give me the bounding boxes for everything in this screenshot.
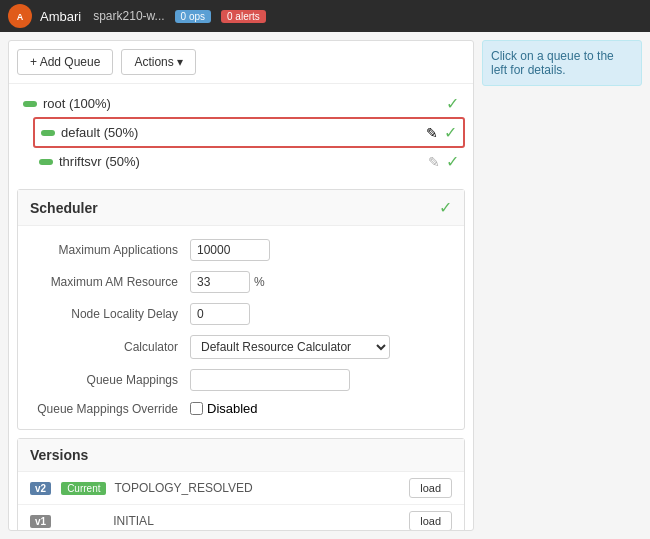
max-am-resource-input[interactable] [190, 271, 250, 293]
left-panel: + Add Queue Actions ▾ root (100%) ✓ defa… [8, 40, 474, 531]
queue-edit-icon[interactable]: ✎ [428, 154, 440, 170]
toolbar: + Add Queue Actions ▾ [9, 41, 473, 84]
calculator-row: Calculator Default Resource Calculator D… [30, 330, 452, 364]
queue-mappings-label: Queue Mappings [30, 373, 190, 387]
alerts-badge[interactable]: 0 alerts [221, 10, 266, 23]
queue-status-dot [41, 130, 55, 136]
queue-mappings-input[interactable] [190, 369, 350, 391]
queue-status-dot [39, 159, 53, 165]
version-badge-v1: v1 [30, 515, 51, 528]
node-locality-input[interactable] [190, 303, 250, 325]
version-row-v2: v2 Current TOPOLOGY_RESOLVED load [18, 472, 464, 505]
calculator-select[interactable]: Default Resource Calculator Dominant Res… [190, 335, 390, 359]
queue-check-icon: ✓ [446, 152, 459, 171]
app-name: Ambari [40, 9, 81, 24]
queue-edit-icon[interactable]: ✎ [426, 125, 438, 141]
queue-check-icon: ✓ [444, 123, 457, 142]
right-panel: Click on a queue to the left for details… [482, 40, 642, 531]
ops-badge[interactable]: 0 ops [175, 10, 211, 23]
scheduler-check-icon: ✓ [439, 198, 452, 217]
queue-item-thriftsvr[interactable]: thriftsvr (50%) ✎ ✓ [33, 148, 465, 175]
max-am-resource-row: Maximum AM Resource % [30, 266, 452, 298]
max-applications-input[interactable] [190, 239, 270, 261]
version-row-v1: v1 INITIAL load [18, 505, 464, 531]
queue-item-root[interactable]: root (100%) ✓ [17, 90, 465, 117]
queue-item-default[interactable]: default (50%) ✎ ✓ [33, 117, 465, 148]
version-current-label: Current [61, 482, 106, 495]
max-am-resource-unit: % [254, 275, 265, 289]
version-name-v1: INITIAL [113, 514, 401, 528]
queue-name: thriftsvr (50%) [59, 154, 422, 169]
max-am-resource-label: Maximum AM Resource [30, 275, 190, 289]
version-load-button-v2[interactable]: load [409, 478, 452, 498]
node-locality-row: Node Locality Delay [30, 298, 452, 330]
queue-mappings-override-label: Queue Mappings Override [30, 402, 190, 416]
queue-mappings-row: Queue Mappings [30, 364, 452, 396]
add-queue-button[interactable]: + Add Queue [17, 49, 113, 75]
ambari-logo: A [8, 4, 32, 28]
queue-check-icon: ✓ [446, 94, 459, 113]
scheduler-section: Scheduler ✓ Maximum Applications Maximum… [17, 189, 465, 430]
main-container: + Add Queue Actions ▾ root (100%) ✓ defa… [0, 32, 650, 539]
queue-mappings-override-checkbox[interactable] [190, 402, 203, 415]
max-applications-row: Maximum Applications [30, 234, 452, 266]
scheduler-header: Scheduler ✓ [18, 190, 464, 226]
queue-name: default (50%) [61, 125, 420, 140]
calculator-label: Calculator [30, 340, 190, 354]
cluster-name: spark210-w... [93, 9, 164, 23]
version-badge-v2: v2 [30, 482, 51, 495]
queue-mappings-override-row: Queue Mappings Override Disabled [30, 396, 452, 421]
scheduler-form: Maximum Applications Maximum AM Resource… [18, 226, 464, 429]
queue-name: root (100%) [43, 96, 440, 111]
right-hint-text: Click on a queue to the left for details… [482, 40, 642, 86]
queue-mappings-override-checkbox-row: Disabled [190, 401, 258, 416]
queue-list: root (100%) ✓ default (50%) ✎ ✓ thriftsv… [9, 84, 473, 181]
actions-button[interactable]: Actions ▾ [121, 49, 196, 75]
version-load-button-v1[interactable]: load [409, 511, 452, 531]
node-locality-label: Node Locality Delay [30, 307, 190, 321]
scheduler-title: Scheduler [30, 200, 98, 216]
queue-mappings-override-text: Disabled [207, 401, 258, 416]
svg-text:A: A [17, 12, 24, 22]
navbar: A Ambari spark210-w... 0 ops 0 alerts [0, 0, 650, 32]
versions-title: Versions [18, 439, 464, 472]
queue-status-dot [23, 101, 37, 107]
max-applications-label: Maximum Applications [30, 243, 190, 257]
version-name-v2: TOPOLOGY_RESOLVED [114, 481, 401, 495]
versions-section: Versions v2 Current TOPOLOGY_RESOLVED lo… [17, 438, 465, 531]
logo-icon: A [12, 8, 28, 24]
